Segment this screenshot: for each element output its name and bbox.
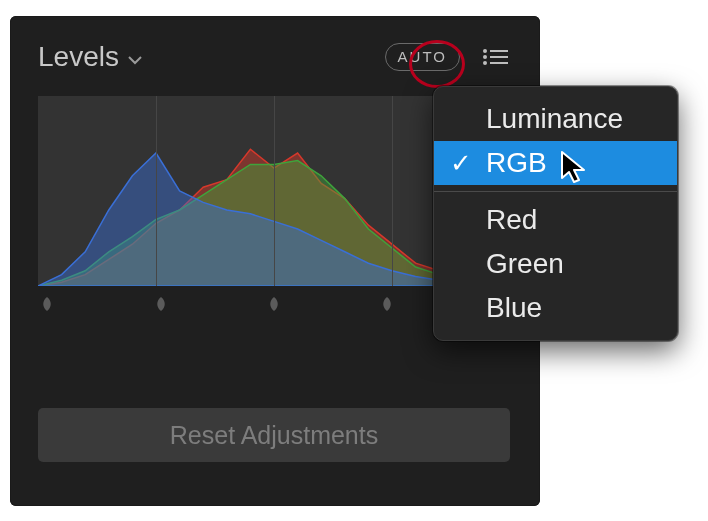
auto-button[interactable]: AUTO [385,43,460,71]
svg-rect-1 [490,50,508,52]
menu-item-label: Red [486,204,537,236]
channel-menu-item[interactable]: Red [434,198,677,242]
channel-menu-item[interactable]: Luminance [434,97,677,141]
menu-item-label: Green [486,248,564,280]
list-icon [481,47,509,67]
levels-slider-handle[interactable] [151,294,171,314]
channel-menu-item[interactable]: Green [434,242,677,286]
levels-slider-handle[interactable] [377,294,397,314]
check-icon: ✓ [450,148,472,179]
channel-menu: Luminance✓RGBRedGreenBlue [433,86,678,341]
menu-separator [434,191,677,192]
section-title: Levels [38,41,119,73]
histogram-divider [274,96,275,286]
list-mode-button[interactable] [478,43,512,71]
histogram-divider [156,96,157,286]
menu-item-label: RGB [486,147,547,179]
channel-menu-item[interactable]: ✓RGB [434,141,677,185]
menu-item-label: Luminance [486,103,623,135]
reset-adjustments-button[interactable]: Reset Adjustments [38,408,510,462]
histogram-divider [392,96,393,286]
levels-header: Levels AUTO [38,38,512,76]
menu-item-label: Blue [486,292,542,324]
chevron-down-icon[interactable] [127,52,143,68]
levels-slider-handle[interactable] [264,294,284,314]
svg-rect-3 [490,56,508,58]
svg-rect-5 [490,62,508,64]
svg-point-2 [483,55,487,59]
levels-slider-handle[interactable] [37,294,57,314]
svg-point-0 [483,49,487,53]
channel-menu-item[interactable]: Blue [434,286,677,330]
svg-point-4 [483,61,487,65]
